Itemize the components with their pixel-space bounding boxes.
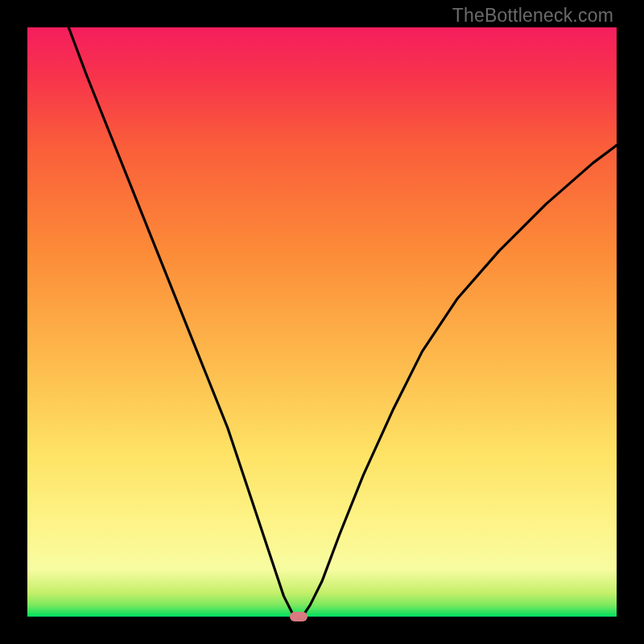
- chart-frame: TheBottleneck.com: [0, 0, 644, 644]
- plot-area: [27, 27, 617, 617]
- watermark-text: TheBottleneck.com: [452, 5, 613, 27]
